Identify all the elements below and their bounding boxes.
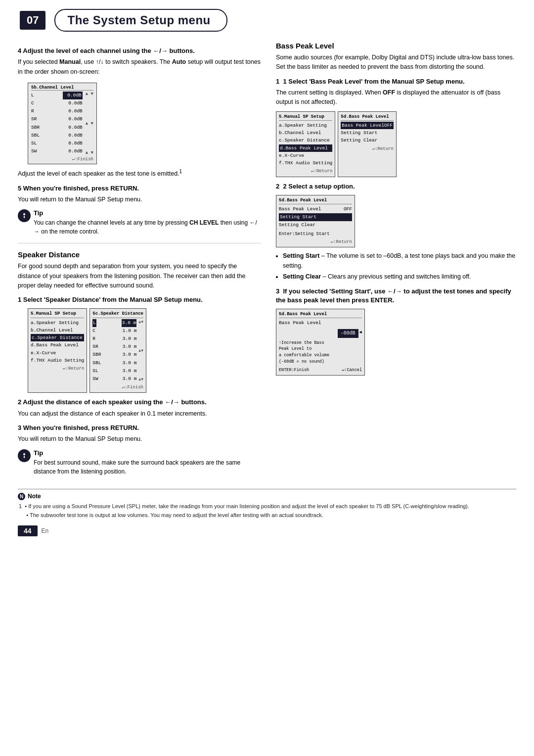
svg-point-2 bbox=[23, 453, 25, 455]
step4-header: 4 Adjust the level of each channel using… bbox=[18, 47, 261, 55]
svg-rect-1 bbox=[24, 216, 25, 218]
step4-body1: If you selected Manual, use ↑/↓ to switc… bbox=[18, 57, 261, 77]
bass-right-item1: Setting Start bbox=[341, 129, 394, 137]
sp-step1-header: 1 Select 'Speaker Distance' from the Man… bbox=[18, 295, 261, 304]
channel-screen-title: 5b.Channel Level bbox=[31, 85, 93, 91]
step5-body: You will return to the Manual SP Setup m… bbox=[18, 195, 261, 204]
note-text: 1 • If you are using a Sound Pressure Le… bbox=[19, 502, 516, 520]
sp-right-screen-title: 5c.Speaker Distance bbox=[92, 310, 143, 318]
bass-step3-footer: ENTER:Finish ↵:Cancel bbox=[279, 367, 362, 374]
bass-left-screen: 5.Manual SP Setup a.Speaker Setting b.Ch… bbox=[276, 111, 335, 177]
tip2-icon bbox=[18, 449, 31, 462]
note-item1: 1 • If you are using a Sound Pressure Le… bbox=[19, 502, 516, 511]
bass-left-item6: f.THX Audio Setting bbox=[279, 159, 332, 167]
bass-left-footer: ↵:Return bbox=[279, 168, 332, 175]
bass-right-footer: ↵:Return bbox=[341, 145, 394, 152]
page-lang: En bbox=[42, 527, 49, 534]
note-header: N Note bbox=[18, 493, 516, 500]
page-header: 07 The System Setup menu bbox=[0, 0, 534, 37]
bass-peak-body: Some audio sources (for example, Dolby D… bbox=[276, 53, 519, 72]
bass-step2-header: 2 2 Select a setup option. bbox=[276, 182, 519, 191]
divider1 bbox=[18, 243, 261, 243]
sp-left-item3-highlighted: c.Speaker Distance bbox=[31, 334, 84, 341]
tip1-box: Tip You can change the channel levels at… bbox=[18, 209, 261, 236]
bass-step3-value: -60dB bbox=[338, 329, 358, 338]
bass-left-item1: a.Speaker Setting bbox=[279, 122, 332, 129]
bass-right-screen: 5d.Bass Peak Level Bass Peak LevelOFF Se… bbox=[338, 111, 397, 177]
bass-step1-header: 1 1 Select 'Bass Peak Level' from the Ma… bbox=[276, 77, 519, 86]
page-title: The System Setup menu bbox=[54, 9, 227, 32]
bass-step3-desc: ↑Increase the Bass Peak Level to a comfo… bbox=[279, 340, 362, 365]
sp-right-screen: 5c.Speaker Distance L3.0 m C1.0 m R3.0 m… bbox=[89, 308, 146, 393]
note-item2: • The subwoofer test tone is output at l… bbox=[19, 511, 516, 520]
step5-header: 5 When you're finished, press RETURN. bbox=[18, 184, 261, 193]
bass-left-item3: c.Speaker Distance bbox=[279, 137, 332, 144]
step4-body2: Adjust the level of each speaker as the … bbox=[18, 168, 261, 179]
bass-step3-screen-title: 5d.Bass Peak Level bbox=[279, 311, 362, 318]
sp-step3-body: You will return to the Manual SP Setup m… bbox=[18, 434, 261, 444]
bass-step2-enter: Enter:Setting Start bbox=[279, 231, 352, 237]
channel-screen-footer: ↵:Finish bbox=[31, 156, 93, 162]
sp-step2-body: You can adjust the distance of each spea… bbox=[18, 409, 261, 419]
note-label: Note bbox=[28, 493, 41, 500]
sp-left-screen: 5.Manual SP Setup a.Speaker Setting b.Ch… bbox=[28, 308, 87, 393]
sp-left-item4: d.Bass Peak Level bbox=[31, 341, 84, 349]
svg-point-0 bbox=[23, 213, 25, 215]
bass-left-item5: e.X-Curve bbox=[279, 152, 332, 159]
speaker-distance-title: Speaker Distance bbox=[18, 250, 261, 259]
bass-left-screen-title: 5.Manual SP Setup bbox=[279, 113, 332, 121]
channel-level-screen: 5b.Channel Level L0.0dB C0.0dB R0.0dB SR… bbox=[28, 83, 97, 164]
bass-step3-screen: 5d.Bass Peak Level Bass Peak Level -60dB… bbox=[276, 309, 365, 376]
main-content: 4 Adjust the level of each channel using… bbox=[0, 37, 534, 480]
tip1-text: You can change the channel levels at any… bbox=[34, 218, 261, 236]
sp-left-item6: f.THX Audio Setting bbox=[31, 357, 84, 364]
sp-left-item5: e.X-Curve bbox=[31, 349, 84, 357]
bass-right-row1: Bass Peak LevelOFF bbox=[341, 122, 394, 129]
bass-step2-screen-wrap: 5d.Bass Peak Level Bass Peak LevelOFF Se… bbox=[276, 195, 519, 248]
bass-step3-label: Bass Peak Level bbox=[279, 319, 362, 327]
sp-step2-header: 2 Adjust the distance of each speaker us… bbox=[18, 398, 261, 407]
page-number: 44 bbox=[18, 525, 38, 536]
svg-rect-3 bbox=[24, 456, 25, 458]
tip2-box: Tip For best surround sound, make sure t… bbox=[18, 449, 261, 476]
tip2-text: For best surround sound, make sure the s… bbox=[34, 458, 261, 476]
bass-left-item4-highlighted: d.Bass Peak Level bbox=[279, 144, 332, 152]
speaker-distance-screens: 5.Manual SP Setup a.Speaker Setting b.Ch… bbox=[28, 308, 261, 393]
left-column: 4 Adjust the level of each channel using… bbox=[18, 42, 261, 480]
bass-step3-screen-wrap: 5d.Bass Peak Level Bass Peak Level -60dB… bbox=[276, 309, 519, 376]
page-number-area: 44 En bbox=[0, 522, 534, 539]
sp-left-item1: a.Speaker Setting bbox=[31, 319, 84, 327]
chapter-number: 07 bbox=[20, 11, 45, 30]
bass-peak-title: Bass Peak Level bbox=[276, 42, 519, 50]
bass-right-screen-title: 5d.Bass Peak Level bbox=[341, 113, 394, 121]
sp-right-screen-footer: ↵:Finish bbox=[92, 384, 143, 391]
bullet2: Setting Clear – Clears any previous sett… bbox=[283, 272, 519, 282]
bass-left-item2: b.Channel Level bbox=[279, 129, 332, 137]
step4-label: 4 Adjust the level of each channel using… bbox=[18, 47, 195, 54]
sp-left-screen-footer: ↵:Return bbox=[31, 365, 84, 372]
bass-step2-item2: Setting Clear bbox=[279, 221, 352, 229]
tip1-label: Tip bbox=[34, 209, 261, 217]
bass-step2-screen: 5d.Bass Peak Level Bass Peak LevelOFF Se… bbox=[276, 195, 355, 248]
page: 07 The System Setup menu 4 Adjust the le… bbox=[0, 0, 534, 756]
note-icon: N bbox=[18, 493, 25, 500]
right-column: Bass Peak Level Some audio sources (for … bbox=[276, 42, 519, 480]
bass-step1-body: The current setting is displayed. When O… bbox=[276, 88, 519, 107]
speaker-distance-body: For good sound depth and separation from… bbox=[18, 262, 261, 290]
bass-step2-screen-title: 5d.Bass Peak Level bbox=[279, 197, 352, 204]
tip1-icon bbox=[18, 209, 31, 222]
bass-step2-footer: ↵:Return bbox=[279, 238, 352, 245]
sp-step3-header: 3 When you're finished, press RETURN. bbox=[18, 424, 261, 432]
note-box: N Note 1 • If you are using a Sound Pres… bbox=[18, 489, 516, 520]
bullet1: Setting Start – The volume is set to –60… bbox=[283, 251, 519, 271]
bass-step2-highlighted: Setting Start bbox=[279, 213, 352, 221]
bass-step1-screens: 5.Manual SP Setup a.Speaker Setting b.Ch… bbox=[276, 111, 519, 177]
sp-left-item2: b.Channel Level bbox=[31, 327, 84, 334]
bass-bullets: Setting Start – The volume is set to –60… bbox=[283, 251, 519, 282]
sp-left-screen-title: 5.Manual SP Setup bbox=[31, 310, 84, 318]
bass-step3-header: 3 If you selected 'Setting Start', use ←… bbox=[276, 287, 519, 305]
bass-right-item2: Setting Clear bbox=[341, 137, 394, 144]
tip2-label: Tip bbox=[34, 449, 261, 457]
